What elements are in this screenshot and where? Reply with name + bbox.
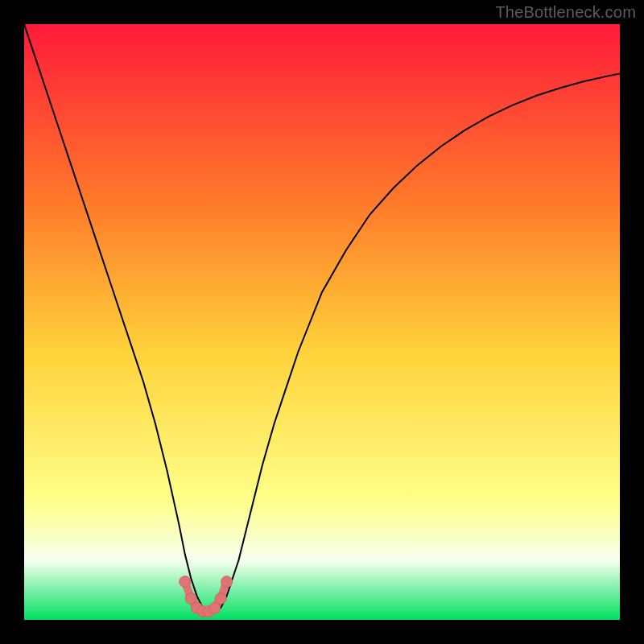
watermark-text: TheBottleneck.com <box>495 3 636 22</box>
bottom-overlay-marker <box>180 576 191 588</box>
gradient-background <box>24 24 620 620</box>
plot-area <box>24 24 620 620</box>
plot-svg <box>24 24 620 620</box>
bottom-overlay-marker <box>221 576 233 588</box>
bottom-overlay-marker <box>215 592 226 604</box>
chart-frame: TheBottleneck.com <box>0 0 644 644</box>
